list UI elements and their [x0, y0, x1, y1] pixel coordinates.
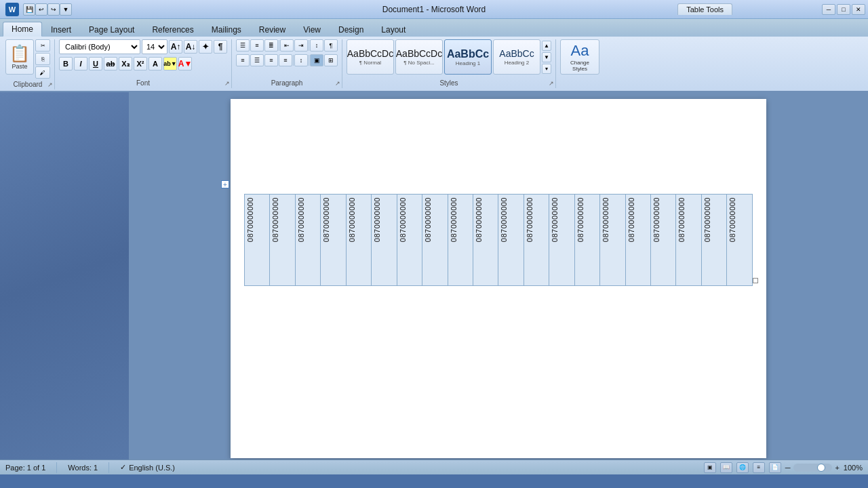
paragraph-expander[interactable]: ↗: [335, 80, 340, 87]
clear-format-button[interactable]: ✦: [199, 40, 212, 54]
redo-button[interactable]: ↪: [47, 3, 60, 16]
qa-dropdown-button[interactable]: ▼: [60, 3, 72, 16]
font-size-dropdown[interactable]: 14: [142, 39, 167, 54]
font-name-dropdown[interactable]: Calibri (Body): [59, 39, 140, 54]
zoom-in-button[interactable]: +: [835, 464, 839, 472]
copy-button[interactable]: ⎘: [35, 53, 50, 65]
undo-button[interactable]: ↩: [35, 3, 47, 16]
table-cell[interactable]: 0870000000: [422, 195, 448, 286]
align-left-button[interactable]: ≡: [236, 54, 250, 66]
language-indicator[interactable]: ✓ English (U.S.): [120, 463, 175, 472]
full-reading-button[interactable]: 📖: [720, 462, 732, 473]
italic-button[interactable]: I: [74, 57, 87, 70]
decrease-indent-button[interactable]: ⇤: [280, 39, 294, 52]
show-hide-button[interactable]: ¶: [214, 40, 227, 54]
clipboard-expander[interactable]: ↗: [47, 81, 53, 88]
tab-references[interactable]: References: [143, 22, 202, 37]
change-styles-button[interactable]: Aa ChangeStyles: [560, 39, 599, 75]
cell-value: 0870000000: [322, 197, 330, 242]
line-spacing-button[interactable]: ↕: [294, 54, 308, 66]
table-cell[interactable]: 0870000000: [295, 195, 320, 286]
style-heading1-button[interactable]: AaBbCc Heading 1: [444, 39, 492, 75]
justify-button[interactable]: ≡: [279, 54, 292, 66]
maximize-button[interactable]: □: [837, 4, 850, 15]
font-expander[interactable]: ↗: [224, 80, 230, 87]
show-formatting-button[interactable]: ¶: [324, 39, 338, 52]
web-layout-button[interactable]: 🌐: [736, 462, 749, 473]
zoom-slider[interactable]: [793, 464, 833, 472]
cut-button[interactable]: ✂: [35, 39, 50, 52]
align-right-button[interactable]: ≡: [264, 54, 278, 66]
styles-scroll-up[interactable]: ▲: [542, 41, 551, 51]
table-cell[interactable]: 0870000000: [321, 195, 346, 286]
table-cell[interactable]: 0870000000: [651, 195, 676, 286]
minimize-button[interactable]: ─: [822, 4, 835, 15]
subscript-button[interactable]: X₂: [119, 57, 132, 70]
tab-page-layout[interactable]: Page Layout: [80, 22, 143, 37]
tab-view[interactable]: View: [294, 22, 330, 37]
document-area[interactable]: + 08700000000870000000087000000008700000…: [129, 92, 868, 460]
bullets-button[interactable]: ☰: [236, 39, 250, 52]
table-cell[interactable]: 0870000000: [448, 195, 473, 286]
table-cell[interactable]: 0870000000: [574, 195, 599, 286]
zoom-out-button[interactable]: ─: [785, 464, 791, 472]
tab-mailings[interactable]: Mailings: [203, 22, 250, 37]
multilevel-button[interactable]: ≣: [264, 39, 278, 52]
bold-button[interactable]: B: [59, 57, 73, 70]
paste-button[interactable]: 📋 Paste: [5, 39, 34, 75]
page-info: Page: 1 of 1: [5, 464, 45, 472]
print-layout-button[interactable]: ▣: [704, 462, 716, 473]
table-cell[interactable]: 0870000000: [473, 195, 498, 286]
table-cell[interactable]: 0870000000: [727, 195, 753, 286]
shrink-font-button[interactable]: A↓: [184, 40, 197, 54]
table-cell[interactable]: 0870000000: [397, 195, 422, 286]
language-label: English (U.S.): [129, 464, 175, 472]
sort-button[interactable]: ↕: [310, 39, 323, 52]
table-cell[interactable]: 0870000000: [524, 195, 549, 286]
table-cell[interactable]: 0870000000: [245, 195, 270, 286]
underline-button[interactable]: U: [89, 57, 102, 70]
tab-design[interactable]: Design: [330, 22, 372, 37]
font-color-button[interactable]: A▼: [178, 57, 192, 70]
strikethrough-button[interactable]: ab: [104, 57, 117, 70]
styles-more[interactable]: ▾: [542, 64, 551, 74]
table-resize-handle[interactable]: [753, 278, 758, 283]
table-cell[interactable]: 0870000000: [676, 195, 701, 286]
styles-expander[interactable]: ↗: [549, 80, 554, 87]
style-heading1-preview: AaBbCc: [447, 47, 489, 60]
text-effects-button[interactable]: A: [149, 57, 162, 70]
save-button[interactable]: 💾: [23, 3, 35, 16]
draft-view-button[interactable]: 📄: [769, 462, 781, 473]
tab-home[interactable]: Home: [3, 22, 42, 37]
tab-layout[interactable]: Layout: [372, 22, 414, 37]
table-cell[interactable]: 0870000000: [270, 195, 295, 286]
grow-font-button[interactable]: A↑: [169, 40, 182, 54]
shading-button[interactable]: ▣: [310, 54, 323, 66]
align-center-button[interactable]: ☰: [250, 54, 264, 66]
format-painter-button[interactable]: 🖌: [35, 66, 50, 79]
ribbon-tabs: Home Insert Page Layout References Maili…: [0, 19, 868, 37]
style-heading2-button[interactable]: AaBbCc Heading 2: [493, 39, 540, 75]
table-cell[interactable]: 0870000000: [372, 195, 397, 286]
tab-insert[interactable]: Insert: [42, 22, 80, 37]
table-cell[interactable]: 0870000000: [346, 195, 371, 286]
table-cell[interactable]: 0870000000: [600, 195, 625, 286]
increase-indent-button[interactable]: ⇥: [294, 39, 308, 52]
styles-scroll-down[interactable]: ▼: [542, 52, 551, 62]
superscript-button[interactable]: X²: [134, 57, 147, 70]
tab-review[interactable]: Review: [250, 22, 294, 37]
outline-view-button[interactable]: ≡: [753, 462, 765, 473]
style-no-spacing-button[interactable]: AaBbCcDc ¶ No Spaci...: [395, 39, 443, 75]
table-cell[interactable]: 0870000000: [549, 195, 574, 286]
table-add-icon[interactable]: +: [221, 180, 229, 188]
cell-value: 0870000000: [703, 197, 711, 242]
borders-button[interactable]: ⊞: [324, 54, 338, 66]
highlight-color-button[interactable]: ab▼: [163, 57, 177, 70]
table-cell[interactable]: 0870000000: [498, 195, 524, 286]
numbering-button[interactable]: ≡: [250, 39, 264, 52]
table-cell[interactable]: 0870000000: [701, 195, 726, 286]
table-cell[interactable]: 0870000000: [625, 195, 650, 286]
font-label: Font: [56, 79, 231, 87]
style-normal-button[interactable]: AaBbCcDc ¶ Normal: [347, 39, 394, 75]
close-button[interactable]: ✕: [852, 4, 865, 15]
